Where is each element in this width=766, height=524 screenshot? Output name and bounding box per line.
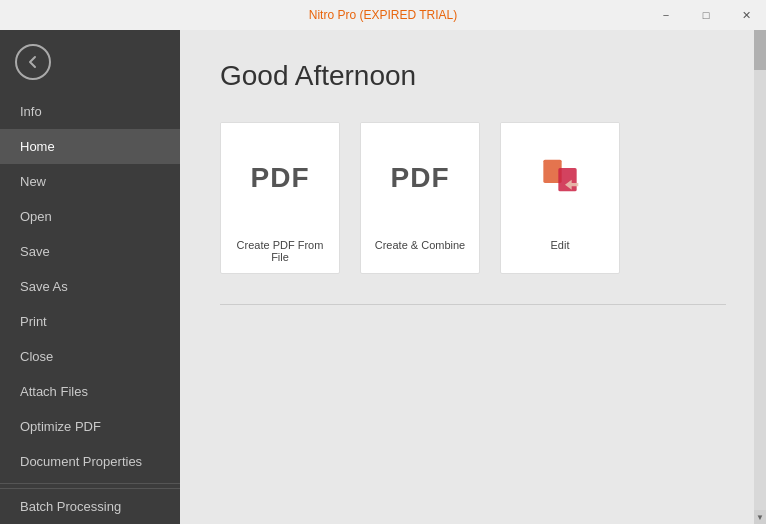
window-controls: − □ ✕ xyxy=(646,0,766,30)
card-edit-icon-area xyxy=(501,123,619,233)
maximize-button[interactable]: □ xyxy=(686,0,726,30)
cards-section: PDF Create PDF From File PDF Create & Co… xyxy=(180,112,766,284)
section-divider xyxy=(220,304,726,305)
sidebar-item-open[interactable]: Open xyxy=(0,199,180,234)
card-create-pdf[interactable]: PDF Create PDF From File xyxy=(220,122,340,274)
sidebar-item-home[interactable]: Home xyxy=(0,129,180,164)
trial-label: (EXPIRED TRIAL) xyxy=(359,8,457,22)
sidebar-item-attach-files[interactable]: Attach Files xyxy=(0,374,180,409)
sidebar-nav: Info Home New Open Save Save As Print Cl… xyxy=(0,94,180,488)
sidebar-item-info[interactable]: Info xyxy=(0,94,180,129)
scrollbar-arrow-down[interactable]: ▼ xyxy=(754,510,766,524)
sidebar-divider xyxy=(0,483,180,484)
sidebar-item-print[interactable]: Print xyxy=(0,304,180,339)
sidebar-item-save-as[interactable]: Save As xyxy=(0,269,180,304)
sidebar-item-batch-processing[interactable]: Batch Processing xyxy=(0,488,180,524)
card-create-combine[interactable]: PDF Create & Combine xyxy=(360,122,480,274)
close-button[interactable]: ✕ xyxy=(726,0,766,30)
app-title: Nitro Pro (EXPIRED TRIAL) xyxy=(309,8,458,22)
scrollbar-track[interactable]: ▲ ▼ xyxy=(754,30,766,524)
card-create-pdf-icon-area: PDF xyxy=(221,123,339,233)
pdf-icon-text-combine: PDF xyxy=(391,162,450,194)
pdf-icon-text-create: PDF xyxy=(251,162,310,194)
main-content: Good Afternoon PDF Create PDF From File … xyxy=(180,30,766,524)
card-create-combine-icon-area: PDF xyxy=(361,123,479,233)
sidebar-item-save[interactable]: Save xyxy=(0,234,180,269)
card-edit[interactable]: Edit xyxy=(500,122,620,274)
card-create-pdf-label: Create PDF From File xyxy=(221,233,339,273)
card-create-combine-label: Create & Combine xyxy=(367,233,474,261)
greeting-text: Good Afternoon xyxy=(180,30,766,112)
back-circle-icon xyxy=(15,44,51,80)
scrollbar-thumb[interactable] xyxy=(754,30,766,70)
minimize-button[interactable]: − xyxy=(646,0,686,30)
title-bar: Nitro Pro (EXPIRED TRIAL) − □ ✕ xyxy=(0,0,766,30)
app-name: Nitro Pro xyxy=(309,8,356,22)
edit-icon xyxy=(535,153,585,203)
sidebar-item-new[interactable]: New xyxy=(0,164,180,199)
sidebar-item-optimize-pdf[interactable]: Optimize PDF xyxy=(0,409,180,444)
back-button[interactable] xyxy=(8,38,58,86)
sidebar: Info Home New Open Save Save As Print Cl… xyxy=(0,30,180,524)
card-edit-label: Edit xyxy=(543,233,578,261)
sidebar-item-close[interactable]: Close xyxy=(0,339,180,374)
svg-rect-1 xyxy=(558,168,576,191)
sidebar-item-document-properties[interactable]: Document Properties xyxy=(0,444,180,479)
app-body: Info Home New Open Save Save As Print Cl… xyxy=(0,30,766,524)
